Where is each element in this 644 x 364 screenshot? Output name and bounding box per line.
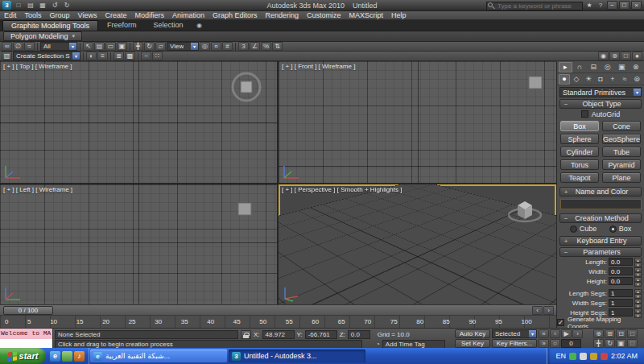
favorites-icon[interactable]: ★ [584, 1, 594, 10]
maxscript-mini-listener[interactable]: Welcome to MA [0, 329, 53, 349]
bind-to-space-warp-icon[interactable]: ≈ [24, 42, 35, 51]
previous-frame-icon[interactable]: ‹ [532, 306, 543, 315]
menu-views[interactable]: Views [74, 11, 101, 20]
viewcube-front[interactable] [526, 74, 545, 92]
box-button[interactable]: Box [560, 121, 599, 131]
viewport-perspective-label[interactable]: [ + ] [ Perspective ] [ Smooth + Highlig… [282, 186, 402, 193]
ribbon-minimize-icon[interactable]: ◉ [195, 21, 203, 29]
motion-tab-icon[interactable]: ◎ [601, 62, 615, 72]
set-key-button[interactable]: Set Key [455, 339, 490, 348]
help-icon[interactable]: ? [596, 1, 605, 10]
name-color-rollout-header[interactable]: + Name and Color [559, 187, 642, 196]
language-indicator[interactable]: EN [555, 352, 566, 360]
play-icon[interactable]: ▶ [561, 329, 572, 338]
geosphere-button[interactable]: GeoSphere [602, 134, 641, 144]
zoom-extents-icon[interactable]: ⊡ [616, 329, 626, 338]
helpers-category-icon[interactable]: + [607, 74, 618, 85]
window-crossing-icon[interactable]: ▣ [117, 42, 127, 51]
start-button[interactable]: start [0, 348, 46, 364]
auto-key-button[interactable]: Auto Key [455, 329, 490, 338]
next-frame-icon[interactable]: › [543, 306, 554, 315]
viewport-perspective[interactable]: [ + ] [ Perspective ] [ Smooth + Highlig… [279, 184, 556, 304]
taskbar-task-browser[interactable]: e شبكة التقنية العربية... [90, 350, 227, 362]
tray-icon-volume[interactable] [580, 353, 587, 360]
menu-maxscript[interactable]: MAXScript [345, 11, 388, 20]
lights-category-icon[interactable]: ☀ [583, 74, 594, 85]
render-setup-icon[interactable]: ⊛ [609, 52, 620, 60]
menu-tools[interactable]: Tools [21, 11, 46, 20]
tray-icon-network[interactable] [601, 353, 608, 360]
height-field[interactable]: 0.0 [609, 277, 633, 285]
save-file-icon[interactable]: ▦ [38, 1, 47, 10]
width-spinner[interactable]: ▴▾ [634, 267, 642, 275]
length-field[interactable]: 0.0 [609, 258, 633, 266]
viewport-left[interactable]: [ + ] [ Left ] [ Wireframe ] [0, 184, 277, 304]
pan-icon[interactable]: ╋ [593, 339, 604, 348]
width-segs-spinner[interactable]: ▴▾ [634, 299, 642, 307]
y-coordinate-field[interactable]: -66.761 [305, 330, 337, 339]
app-logo-icon[interactable]: 3 [2, 1, 11, 10]
time-slider-handle[interactable]: 0 / 100 [3, 306, 53, 315]
close-button[interactable]: × [631, 1, 642, 10]
open-file-icon[interactable]: ▤ [26, 1, 35, 10]
key-filters-button[interactable]: Key Filters... [492, 339, 537, 348]
selection-lock-icon[interactable] [241, 330, 251, 339]
menu-group[interactable]: Group [46, 11, 74, 20]
mapping-coords-checkbox[interactable]: ✓ [557, 319, 564, 326]
select-and-move-icon[interactable]: ╋ [133, 42, 143, 51]
new-scene-icon[interactable]: □ [14, 1, 23, 10]
align-icon[interactable]: ≡ [97, 52, 108, 60]
graphite-ribbon-toggle-icon[interactable]: ▩ [125, 52, 135, 60]
box-radio[interactable]: Box [609, 225, 632, 233]
tray-icon-update[interactable] [590, 353, 597, 360]
object-name-field[interactable] [560, 199, 642, 209]
pyramid-button[interactable]: Pyramid [602, 159, 641, 170]
zoom-all-icon[interactable]: ⊞ [605, 329, 615, 338]
teapot-button[interactable]: Teapot [560, 172, 599, 183]
key-mode-icon[interactable]: ○ [550, 339, 560, 348]
select-by-name-icon[interactable]: ▤ [94, 42, 105, 51]
tray-icon-antivirus[interactable] [569, 353, 576, 360]
keyboard-entry-rollout-header[interactable]: + Keyboard Entry [559, 236, 642, 246]
material-editor-icon[interactable]: ◉ [598, 52, 609, 60]
time-slider[interactable]: 0 / 100 ‹ › [0, 304, 556, 315]
sphere-button[interactable]: Sphere [560, 134, 599, 144]
curve-editor-icon[interactable]: ~ [141, 52, 151, 60]
length-spinner[interactable]: ▴▾ [634, 258, 642, 266]
cube-radio[interactable]: Cube [570, 225, 597, 233]
track-bar[interactable]: 0 5 10 15 20 25 30 35 40 45 50 55 60 65 … [0, 315, 556, 328]
schematic-view-icon[interactable]: ∷ [152, 52, 163, 60]
cone-button[interactable]: Cone [602, 121, 641, 131]
go-to-end-icon[interactable]: » [539, 339, 549, 348]
shapes-category-icon[interactable]: ◇ [571, 74, 582, 85]
select-and-scale-icon[interactable]: ▱ [155, 42, 166, 51]
tab-selection[interactable]: Selection [145, 20, 191, 31]
maximize-viewport-icon[interactable]: ▣ [616, 339, 626, 348]
viewcube-top[interactable] [229, 69, 264, 105]
viewport-front-label[interactable]: [ + ] [ Front ] [ Wireframe ] [282, 63, 355, 70]
viewport-left-label[interactable]: [ + ] [ Left ] [ Wireframe ] [3, 186, 72, 193]
rendered-frame-window-icon[interactable]: □ [621, 52, 631, 60]
taskbar-task-3dsmax[interactable]: 3 Untitled - Autodesk 3... [229, 350, 365, 362]
angle-snap-icon[interactable]: ∠ [250, 42, 260, 51]
reference-coordinate-system-dropdown[interactable]: View ▾ [167, 42, 199, 51]
select-and-rotate-icon[interactable]: ↻ [144, 42, 155, 51]
percent-snap-icon[interactable]: % [261, 42, 271, 51]
tab-polygon-modeling[interactable]: Polygon Modeling ▾ [3, 31, 82, 41]
primitive-category-dropdown[interactable]: Standard Primitives ▾ [559, 87, 642, 97]
width-segs-field[interactable]: 1 [609, 299, 633, 307]
height-spinner[interactable]: ▴▾ [634, 277, 642, 285]
zoom-region-icon[interactable]: □ [627, 329, 638, 338]
search-input[interactable] [486, 2, 583, 10]
cylinder-button[interactable]: Cylinder [560, 147, 599, 157]
orbit-icon[interactable]: ↻ [605, 339, 615, 348]
show-desktop-icon[interactable] [62, 351, 72, 362]
snaps-toggle-icon[interactable]: 3 [238, 42, 249, 51]
internet-explorer-icon[interactable]: e [50, 351, 60, 362]
menu-customize[interactable]: Customize [303, 11, 345, 20]
named-selection-sets-dropdown[interactable]: Create Selection S ▾ [13, 52, 80, 60]
tab-freeform[interactable]: Freeform [99, 20, 145, 31]
menu-create[interactable]: Create [101, 11, 130, 20]
utilities-tab-icon[interactable]: ⊗ [630, 62, 643, 72]
minimize-button[interactable]: − [607, 1, 617, 10]
